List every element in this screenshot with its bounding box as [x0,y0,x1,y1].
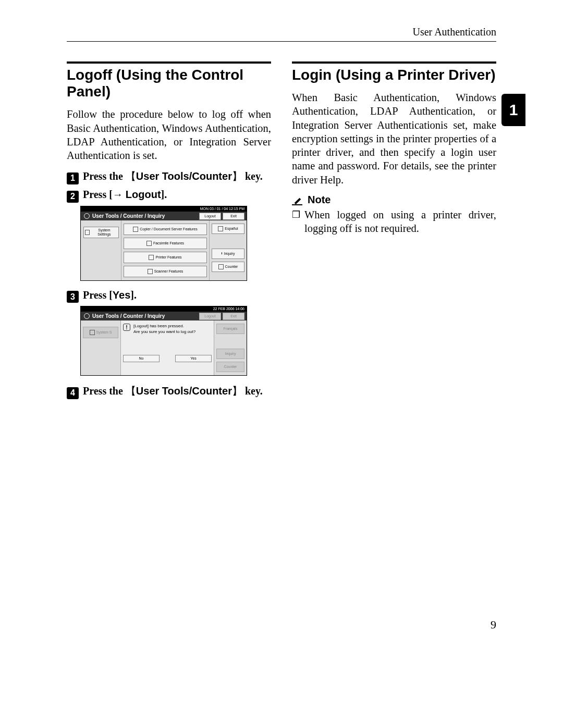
screenshot1-top-actions: Logout Exit [199,213,244,220]
yes-button[interactable]: Yes [175,355,212,362]
note-label: Note [308,194,331,206]
step-2-pre: Press [ [83,189,113,200]
step-2-text: Press [→ Logout]. [83,189,167,201]
step-1-post: key. [242,170,263,182]
scanner-features-label: Scanner Features [154,269,183,274]
step-4: 4 Press the 【User Tools/Counter】 key. [67,384,271,398]
logout-button[interactable]: Logout [199,213,221,220]
fax-icon [146,241,152,246]
screenshot1-timestamp: MON 03 / 01 / 04 12:15 PM [81,206,247,212]
scanner-features-button[interactable]: Scanner Features [124,266,207,277]
step-badge-1: 1 [67,172,79,184]
chapter-tab: 1 [501,94,525,126]
close-bracket: 】 [232,170,242,182]
step-1-key: User Tools/Counter [136,170,232,182]
step-1-pre: Press the [83,170,126,182]
step-2-key: Logout [126,189,161,200]
scanner-icon [148,269,153,274]
globe-icon [218,226,223,231]
step-3-post: ]. [130,289,137,301]
screenshot1-title: User Tools / Counter / Inquiry [92,213,165,219]
left-column: Logoff (Using the Control Panel) Follow … [67,61,271,402]
close-bracket: 】 [232,385,242,397]
step-4-key: User Tools/Counter [136,385,232,397]
step-badge-3: 3 [67,291,79,303]
step-2-post: ]. [161,189,167,200]
language-button[interactable]: Español [212,224,244,234]
screenshot-logout-confirm: 22 FEB 2006 14:06 User Tools / Counter /… [80,306,247,376]
counter-label: Counter [225,265,238,269]
language-button-disabled: Français [216,324,244,334]
step-3-key: Yes [113,289,130,301]
right-body: When Basic Authentication, Windows Authe… [292,91,496,187]
open-bracket: 【 [126,170,136,182]
info-icon: i [222,252,223,256]
note-bullet-icon: ❒ [292,208,300,235]
copier-features-button[interactable]: Copier / Document Server Features [124,224,207,235]
section-rule [67,61,271,64]
fax-features-label: Facsimile Features [153,241,184,245]
step-badge-4: 4 [67,387,79,399]
step-2: 2 Press [→ Logout]. [67,189,271,202]
language-label: Español [225,227,238,231]
inquiry-label: Inquiry [224,252,235,256]
section-rule [292,61,496,64]
page-header: User Authentication [67,26,496,42]
step-4-pre: Press the [83,385,126,397]
right-column: Login (Using a Printer Driver) When Basi… [292,61,496,402]
screenshot2-top-actions: Logout Exit [199,313,244,320]
printer-features-label: Printer Features [155,255,181,260]
alert-icon: ! [123,324,130,331]
arrow-icon: → [113,189,126,200]
note-item: ❒ When logged on using a printer driver,… [292,208,496,235]
left-section-title: Logoff (Using the Control Panel) [67,67,271,100]
step-3: 3 Press [Yes]. [67,289,271,302]
printer-features-button[interactable]: Printer Features [124,252,207,263]
gear-icon [84,213,90,219]
spacer [212,237,244,246]
counter-button-disabled: Counter [216,362,244,372]
copier-icon [133,227,138,232]
step-1: 1 Press the 【User Tools/Counter】 key. [67,169,271,183]
inquiry-button[interactable]: i Inquiry [212,249,244,259]
step-badge-2: 2 [67,191,79,203]
step-4-text: Press the 【User Tools/Counter】 key. [83,384,263,398]
step-1-text: Press the 【User Tools/Counter】 key. [83,169,263,183]
header-section-label: User Authentication [67,26,496,38]
note-text: When logged on using a printer driver, l… [304,208,496,235]
confirm-line1: [Logout] has been pressed. [133,324,184,328]
pencil-icon [292,194,303,205]
counter-icon [218,264,224,269]
inquiry-button-disabled: Inquiry [216,349,244,359]
system-settings-disabled: System S [83,327,118,338]
page-number: 9 [491,618,496,632]
fax-features-button[interactable]: Facsimile Features [124,238,207,249]
exit-button[interactable]: Exit [223,213,244,220]
gear-icon [84,313,90,319]
confirm-message: ! [Logout] has been pressed. Are you sur… [123,324,212,335]
spacer [216,337,244,346]
note-heading: Note [292,194,496,206]
right-section-title: Login (Using a Printer Driver) [292,67,496,83]
screenshot2-timestamp: 22 FEB 2006 14:06 [81,306,247,312]
copier-features-label: Copier / Document Server Features [140,227,198,231]
screenshot-user-tools: MON 03 / 01 / 04 12:15 PM User Tools / C… [80,206,247,281]
system-settings-button[interactable]: System Settings [83,227,119,238]
confirm-line2: Are you sure you want to log out? [133,329,195,334]
step-3-pre: Press [ [83,289,113,301]
open-bracket: 【 [126,385,136,397]
step-3-text: Press [Yes]. [83,289,137,301]
printer-icon [149,255,154,260]
system-settings-label: System Settings [91,228,117,236]
logout-button-disabled: Logout [199,313,221,320]
exit-button-disabled: Exit [223,313,244,320]
counter-button[interactable]: Counter [212,262,244,272]
tools-icon [85,230,90,235]
no-button[interactable]: No [123,355,160,362]
tools-icon [90,330,95,335]
system-settings-trunc: System S [96,330,112,335]
step-4-post: key. [242,385,263,397]
left-intro: Follow the procedure below to log off wh… [67,107,271,162]
screenshot2-title: User Tools / Counter / Inquiry [92,313,165,319]
